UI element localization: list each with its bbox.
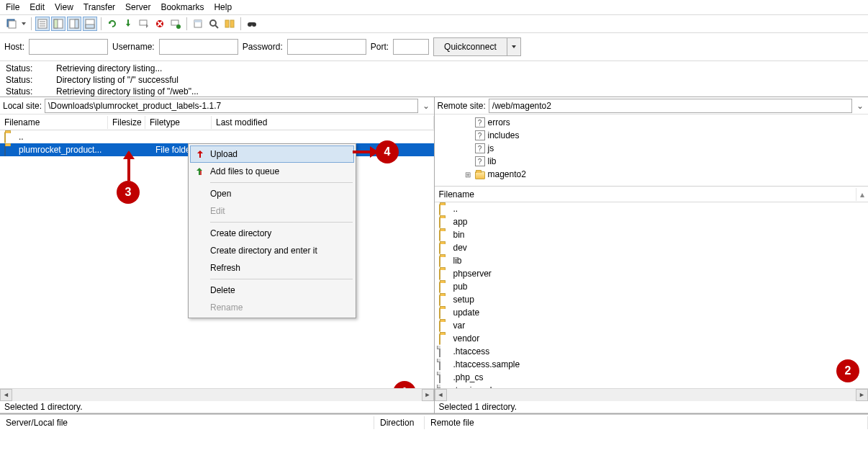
refresh-icon[interactable]: [105, 17, 119, 31]
local-site-input[interactable]: [45, 99, 417, 113]
remote-list[interactable]: ..appbindevlibphpserverpubsetupupdatevar…: [435, 202, 869, 388]
menu-transfer[interactable]: Transfer: [83, 2, 115, 12]
list-item[interactable]: update: [435, 306, 869, 319]
expand-icon[interactable]: ⊞: [464, 171, 472, 179]
ctx-add-queue[interactable]: Add files to queue: [190, 163, 354, 180]
file-icon: [439, 346, 440, 357]
toggle-queue-icon[interactable]: [83, 17, 97, 31]
toggle-log-icon[interactable]: [35, 17, 50, 31]
folder-icon: [4, 145, 6, 156]
list-item[interactable]: setup: [435, 293, 869, 306]
col-direction[interactable]: Direction: [374, 416, 425, 429]
folder-icon: [439, 230, 440, 241]
list-item[interactable]: phpserver: [435, 267, 869, 280]
host-label: Host:: [4, 42, 24, 52]
list-item[interactable]: app: [435, 215, 869, 228]
username-input[interactable]: [159, 39, 238, 55]
menu-bookmarks[interactable]: Bookmarks: [161, 2, 204, 12]
svg-rect-12: [140, 20, 147, 25]
cancel-icon[interactable]: [137, 17, 151, 31]
svg-rect-1: [9, 21, 16, 28]
list-item[interactable]: var: [435, 319, 869, 332]
local-list-header: Filename Filesize Filetype Last modified: [0, 115, 434, 130]
scrollbar-horizontal[interactable]: ◄►: [435, 388, 869, 400]
remote-list-header: Filename ▴: [435, 187, 869, 202]
col-filename[interactable]: Filename: [0, 116, 108, 129]
ctx-delete[interactable]: Delete: [190, 282, 354, 299]
annotation-badge: 4: [376, 140, 399, 163]
port-input[interactable]: [393, 39, 429, 55]
scrollbar-horizontal[interactable]: ◄►: [0, 388, 434, 400]
list-item[interactable]: .htaccess: [435, 345, 869, 358]
list-item[interactable]: dev: [435, 241, 869, 254]
tree-node[interactable]: ?includes: [464, 129, 869, 142]
tree-node[interactable]: ?errors: [464, 116, 869, 129]
tree-node[interactable]: ⊞magento2: [464, 168, 869, 181]
process-queue-icon[interactable]: [121, 17, 135, 31]
menu-file[interactable]: File: [6, 2, 19, 12]
site-manager-icon[interactable]: [4, 17, 19, 31]
toggle-local-tree-icon[interactable]: [51, 17, 65, 31]
menu-edit[interactable]: Edit: [30, 2, 45, 12]
ctx-upload[interactable]: Upload: [190, 145, 354, 163]
tree-node[interactable]: ?lib: [464, 155, 869, 168]
col-server-local[interactable]: Server/Local file: [0, 416, 374, 429]
ctx-refresh[interactable]: Refresh: [190, 259, 354, 277]
ctx-edit: Edit: [190, 202, 354, 220]
folder-icon: [439, 243, 440, 254]
disconnect-icon[interactable]: [153, 17, 167, 31]
ctx-create-dir-enter[interactable]: Create directory and enter it: [190, 242, 354, 259]
folder-icon: [475, 171, 485, 179]
ctx-rename: Rename: [190, 299, 354, 316]
list-item[interactable]: .htaccess.sample: [435, 358, 869, 371]
filter-icon[interactable]: [191, 17, 205, 31]
menu-view[interactable]: View: [55, 2, 73, 12]
menu-bar: File Edit View Transfer Server Bookmarks…: [0, 0, 868, 15]
list-item[interactable]: lib: [435, 254, 869, 267]
remote-tree[interactable]: ?errors ?includes ?js ?lib ⊞magento2: [435, 115, 869, 187]
compare-icon[interactable]: [222, 17, 237, 31]
file-icon: [439, 372, 440, 383]
quickconnect-dropdown[interactable]: [507, 38, 520, 55]
password-input[interactable]: [287, 39, 366, 55]
remote-site-input[interactable]: [489, 99, 852, 113]
quickconnect-button[interactable]: Quickconnect: [434, 38, 507, 55]
menu-server[interactable]: Server: [125, 2, 150, 12]
dropdown-icon[interactable]: ⌄: [855, 101, 865, 111]
list-item[interactable]: ..: [435, 202, 869, 215]
quickconnect-bar: Host: Username: Password: Port: Quickcon…: [0, 33, 868, 61]
annotation-badge: 1: [393, 381, 416, 388]
list-item[interactable]: pub: [435, 280, 869, 293]
remote-status: Selected 1 directory.: [435, 400, 869, 413]
col-filetype[interactable]: Filetype: [145, 116, 212, 129]
list-item[interactable]: bin: [435, 228, 869, 241]
local-list[interactable]: .. plumrocket_product... File folder Upl…: [0, 130, 434, 388]
search-icon[interactable]: [207, 17, 221, 31]
file-icon: [439, 385, 440, 388]
dropdown-icon[interactable]: ⌄: [421, 101, 431, 111]
queue-header: Server/Local file Direction Remote file: [0, 414, 868, 430]
ctx-create-dir[interactable]: Create directory: [190, 225, 354, 242]
folder-icon: [439, 308, 440, 319]
col-lastmodified[interactable]: Last modified: [212, 116, 434, 129]
password-label: Password:: [243, 42, 283, 52]
col-filename[interactable]: Filename: [435, 188, 857, 201]
tree-node[interactable]: ?js: [464, 142, 869, 155]
svg-rect-17: [194, 20, 202, 22]
list-item[interactable]: .php_cs: [435, 371, 869, 384]
folder-icon: [439, 295, 440, 306]
binoculars-icon[interactable]: [245, 17, 259, 31]
list-item[interactable]: .travis.yml: [435, 384, 869, 388]
svg-rect-21: [230, 20, 234, 27]
host-input[interactable]: [29, 39, 108, 55]
folder-icon: [439, 333, 440, 345]
queue-arrow-icon: [194, 166, 205, 177]
list-item[interactable]: vendor: [435, 332, 869, 345]
toggle-remote-tree-icon[interactable]: [67, 17, 81, 31]
menu-help[interactable]: Help: [214, 2, 232, 12]
reconnect-icon[interactable]: [168, 17, 183, 31]
list-item[interactable]: ..: [0, 130, 434, 143]
col-filesize[interactable]: Filesize: [108, 116, 145, 129]
col-remote-file[interactable]: Remote file: [425, 416, 868, 429]
ctx-open[interactable]: Open: [190, 185, 354, 202]
